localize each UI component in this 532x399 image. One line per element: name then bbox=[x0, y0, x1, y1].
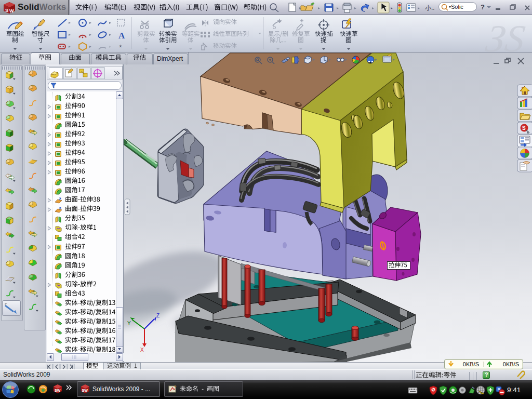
svg-text:W: W bbox=[9, 8, 14, 14]
svg-text:A: A bbox=[118, 31, 125, 41]
svg-text:小..: 小.. bbox=[425, 4, 435, 11]
svg-text:SW: SW bbox=[82, 389, 88, 392]
svg-text:9:41: 9:41 bbox=[507, 386, 521, 394]
svg-text:X: X bbox=[140, 347, 144, 353]
svg-text:SW: SW bbox=[55, 389, 61, 392]
svg-text:Z: Z bbox=[156, 313, 159, 318]
svg-text:S: S bbox=[522, 125, 526, 131]
svg-text:*: * bbox=[119, 43, 122, 51]
svg-text:Y: Y bbox=[127, 321, 131, 326]
svg-text:S: S bbox=[5, 8, 8, 13]
